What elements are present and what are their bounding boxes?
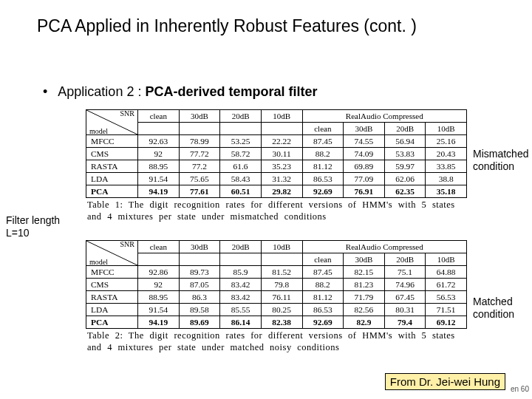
h1c0: clean [138, 110, 180, 123]
h1c6: 20dB [384, 123, 426, 135]
table-row: MFCC92.8689.7385.981.5287.4582.1575.164.… [86, 266, 467, 279]
h2group2: RealAudio Compressed [302, 241, 467, 253]
table-row: SNR model clean 30dB 20dB 10dB RealAudio… [86, 241, 467, 253]
table-1: SNR model clean 30dB 20dB 10dB RealAudio… [86, 109, 467, 198]
h2c1: 30dB [179, 241, 220, 253]
h2c3: 10dB [261, 241, 302, 253]
h1c1: 30dB [179, 110, 220, 123]
annotation-matched: Matched condition [473, 296, 532, 321]
h2c0: clean [138, 241, 180, 253]
table-2: SNR model clean 30dB 20dB 10dB RealAudio… [86, 240, 467, 329]
table-2-wrap: SNR model clean 30dB 20dB 10dB RealAudio… [86, 240, 467, 353]
table-2-caption: Table 2: The digit recognition rates for… [86, 330, 467, 353]
table-row: CMS9277.7258.7230.1188.274.0953.8320.43 [86, 148, 467, 160]
h1c3: 10dB [261, 110, 302, 123]
bullet-dot: • [43, 84, 47, 99]
slide-title: PCA Applied in Inherently Robust Feature… [37, 16, 517, 36]
diag-bottom-label: model [89, 127, 108, 135]
diag-top-label: SNR [120, 241, 134, 249]
table-row: SNR model clean 30dB 20dB 10dB RealAudio… [86, 110, 467, 123]
diag-top-label: SNR [120, 110, 134, 118]
bullet-item: • Application 2 : PCA-derived temporal f… [43, 84, 317, 100]
annotation-mismatched: Mismatched condition [473, 148, 532, 173]
table-row: PCA94.1977.6160.5129.8292.6976.9162.3535… [86, 185, 467, 198]
diag-bottom-label: model [89, 258, 108, 266]
table-row: CMS9287.0583.4279.888.281.2374.9661.72 [86, 279, 467, 291]
slide: PCA Applied in Inherently Robust Feature… [0, 0, 532, 399]
h1c7: 10dB [426, 123, 467, 135]
table-row: RASTA88.9577.261.635.2381.1269.8959.9733… [86, 160, 467, 173]
page-number-fragment: en 60 [511, 385, 529, 393]
table-row: RASTA88.9586.383.4276.1181.1271.7967.455… [86, 291, 467, 304]
table-row: MFCC92.6378.9953.2522.2287.4574.5556.942… [86, 135, 467, 148]
table-row: clean 30dB 20dB 10dB [86, 253, 467, 266]
table-row: PCA94.1989.6986.1482.3892.6982.979.469.1… [86, 316, 467, 329]
h1c5: 30dB [344, 123, 385, 135]
table-row: LDA91.5489.5885.5580.2586.5382.5680.3171… [86, 304, 467, 316]
h2c7: 10dB [426, 253, 467, 266]
h2c6: 20dB [384, 253, 426, 266]
bullet-bold: PCA-derived temporal filter [145, 84, 317, 99]
h2c4: clean [302, 253, 344, 266]
h1c4: clean [302, 123, 344, 135]
bullet-plain: Application 2 : [58, 84, 145, 99]
table-row: LDA91.5475.6558.4331.3286.5377.0962.0638… [86, 173, 467, 185]
table-1-caption: Table 1: The digit recognition rates for… [86, 200, 467, 222]
h2c2: 20dB [220, 241, 262, 253]
table-row: clean 30dB 20dB 10dB [86, 123, 467, 135]
h1c2: 20dB [220, 110, 262, 123]
h2c5: 30dB [344, 253, 385, 266]
credit-box: From Dr. Jei-wei Hung [385, 373, 505, 390]
h1group2: RealAudio Compressed [302, 110, 467, 123]
table-1-wrap: SNR model clean 30dB 20dB 10dB RealAudio… [86, 109, 467, 222]
annotation-filter-length: Filter length L=10 [6, 214, 80, 239]
